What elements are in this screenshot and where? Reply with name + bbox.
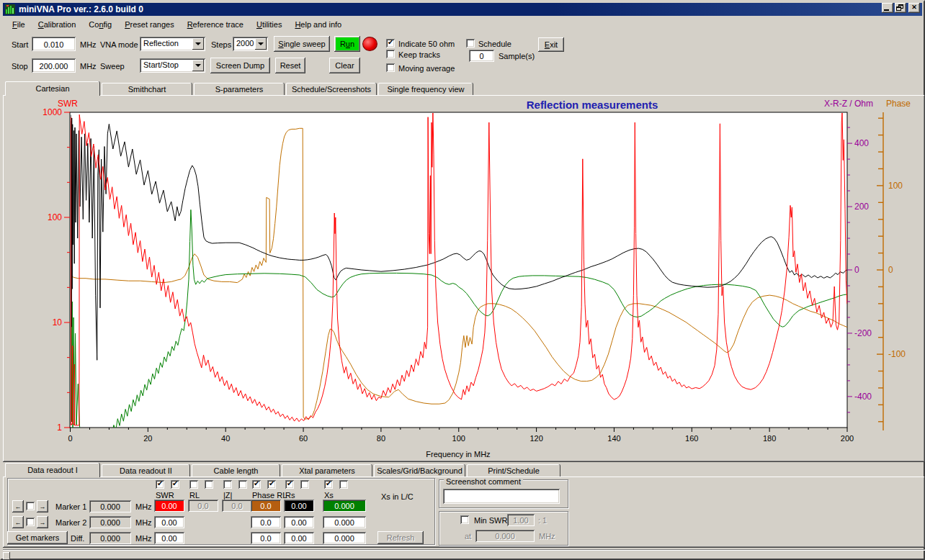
svg-text:160: 160	[685, 434, 698, 443]
marker2-left-button[interactable]: ←	[12, 516, 24, 528]
col-3-check-2[interactable]	[267, 480, 276, 489]
col-0-check-2[interactable]	[171, 480, 179, 489]
get-markers-button[interactable]: Get markers	[7, 531, 68, 544]
chart: 0204060801001201401601802001000100101-40…	[1, 1, 925, 560]
svg-text:80: 80	[377, 434, 385, 443]
marker1-left-button[interactable]: ←	[12, 500, 24, 512]
svg-text:100: 100	[452, 434, 465, 443]
screenshot-comment-input[interactable]	[443, 489, 560, 504]
svg-text:1: 1	[57, 423, 62, 433]
svg-text:100: 100	[48, 212, 62, 222]
svg-text:140: 140	[607, 434, 620, 443]
svg-text:10: 10	[53, 317, 63, 328]
marker1-checkbox[interactable]	[26, 502, 35, 510]
marker2-right-button[interactable]: →	[37, 516, 48, 528]
marker1-right-button[interactable]: →	[37, 500, 48, 512]
col-3-check-1[interactable]	[252, 480, 261, 489]
marker1-freq-input[interactable]: 0.000	[89, 500, 131, 512]
swr-axis-label: SWR	[58, 99, 78, 109]
phase-axis-label: Phase	[886, 99, 911, 109]
col-5-check-2[interactable]	[339, 480, 348, 489]
col-1-check-1[interactable]	[189, 480, 198, 489]
svg-text:-400: -400	[854, 392, 872, 402]
refresh-button[interactable]: Refresh	[377, 531, 424, 544]
svg-text:1000: 1000	[43, 107, 62, 117]
app-window: miniVNA Pro ver.: 2.6.0 build 0 ✕ File C…	[0, 0, 925, 560]
tab-data-readout-1[interactable]: Data readout I	[5, 463, 100, 477]
svg-text:20: 20	[143, 434, 152, 443]
svg-text:40: 40	[221, 434, 230, 443]
col-5-check-1[interactable]	[324, 480, 333, 489]
col-1-check-2[interactable]	[205, 480, 213, 489]
ohm-axis-label: X-R-Z / Ohm	[824, 99, 873, 109]
svg-text:400: 400	[854, 138, 869, 148]
marker2-checkbox[interactable]	[26, 518, 35, 526]
svg-text:60: 60	[299, 434, 308, 443]
svg-text:180: 180	[763, 434, 776, 443]
svg-text:0: 0	[68, 434, 72, 443]
svg-text:100: 100	[888, 181, 903, 191]
svg-text:120: 120	[529, 434, 542, 443]
svg-text:200: 200	[841, 434, 854, 443]
min-swr-checkbox[interactable]	[460, 515, 469, 524]
tab-cartesian[interactable]: Cartesian	[5, 81, 100, 96]
svg-text:200: 200	[854, 202, 869, 212]
col-2-check-2[interactable]	[238, 480, 247, 489]
col-4-check-1[interactable]	[285, 480, 294, 489]
x-axis-label: Frequency in MHz	[426, 450, 490, 459]
svg-text:-200: -200	[854, 328, 872, 338]
marker2-freq-input[interactable]: 0.000	[89, 516, 131, 528]
col-2-check-1[interactable]	[223, 480, 232, 489]
svg-text:0: 0	[888, 265, 893, 275]
chart-title: Reflection measurements	[527, 99, 658, 111]
svg-text:-100: -100	[888, 349, 906, 359]
plot-area	[70, 112, 847, 428]
col-0-check-1[interactable]	[156, 480, 164, 489]
col-4-check-2[interactable]	[300, 480, 309, 489]
svg-text:0: 0	[854, 265, 859, 275]
